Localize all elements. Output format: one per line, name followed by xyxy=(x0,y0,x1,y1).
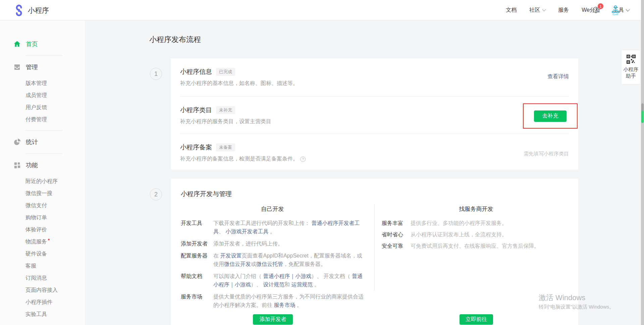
inline-link[interactable]: 微信云托管 xyxy=(256,261,283,267)
sidebar-item[interactable]: 成员管理 xyxy=(0,89,85,101)
text-segment: ）、 开发文档（ xyxy=(311,273,352,279)
sidebar-item-label: 微信搜一搜 xyxy=(25,190,52,196)
sidebar-nav: 首页管理版本管理成员管理用户反馈付费管理统计功能附近的小程序微信搜一搜微信支付购… xyxy=(0,20,86,325)
info-row-content: 可免费试用后再支付、在线客服响应、官方售后保障。 xyxy=(411,242,578,250)
sidebar-item[interactable]: 版本管理 xyxy=(0,77,85,89)
sidebar-item-stats[interactable]: 统计 xyxy=(0,135,85,149)
info-row: 开发工具下载开发者工具进行代码的开发和上传： 普通小程序开发者工具、 小游戏开发… xyxy=(171,219,374,236)
info-row-content: 添加开发者，进行代码上传。 xyxy=(213,239,374,248)
app-logo-text: 小程序 xyxy=(28,6,49,15)
divider xyxy=(25,153,62,154)
sidebar-item-label: 页面内容接入 xyxy=(25,287,58,293)
sidebar-item[interactable]: 微信支付 xyxy=(0,199,85,212)
inline-link[interactable]: 小游戏开发者工具 xyxy=(225,229,268,234)
sidebar-group: 功能附近的小程序微信搜一搜微信支付购物订单体验评价物流服务硬件设备客服订阅消息页… xyxy=(0,158,85,325)
inline-link[interactable]: 开发设置 xyxy=(220,253,241,259)
divider xyxy=(25,55,62,56)
sidebar-item[interactable]: 客服 xyxy=(0,260,85,272)
sidebar-item[interactable]: 微信搜一搜 xyxy=(0,187,85,199)
sidebar-item[interactable]: 附近的小程序 xyxy=(0,175,85,187)
sidebar-item[interactable]: 体验评价 xyxy=(0,224,85,236)
annotation-highlight: 去补充 xyxy=(523,103,578,129)
miniprogram-assistant-widget[interactable]: 小程序助手 xyxy=(622,50,640,84)
sidebar-item[interactable]: 订阅消息 xyxy=(0,272,85,284)
inline-link[interactable]: 普通小程序｜小游戏 xyxy=(263,273,311,279)
info-row: 省时省心从小程序认证到发布上线，全流程支持。 xyxy=(374,230,578,239)
text-segment: 、 xyxy=(219,229,225,234)
help-icon[interactable]: ? xyxy=(300,156,306,162)
header-right: 1 kychakr xyxy=(398,0,629,20)
text-segment: 。 xyxy=(295,302,302,308)
notification-dot xyxy=(48,239,50,240)
inline-link[interactable]: 运营规范 xyxy=(291,282,313,287)
text-segment: 在 xyxy=(213,253,220,259)
text-segment: 从小程序认证到发布上线，全流程支持。 xyxy=(411,232,507,237)
home-icon xyxy=(13,40,21,48)
add-developer-button[interactable]: 添加开发者 xyxy=(253,314,293,325)
sidebar-item-label: 首页 xyxy=(26,40,38,48)
row-head: 小程序备案未备案 xyxy=(180,143,569,152)
sidebar-item-label: 微信支付 xyxy=(25,202,47,208)
assistant-widget-label: 小程序助手 xyxy=(623,66,639,79)
view-details-link[interactable]: 查看详情 xyxy=(547,73,569,80)
main-content: 小程序发布流程 1 小程序信息已完成补充小程序的基本信息，如名称、图标、描述等。… xyxy=(86,20,644,325)
top-header: 小程序 文档社区服务We分析工具 1 kychakr xyxy=(0,0,644,20)
notifications-button[interactable]: 1 xyxy=(592,6,600,14)
sidebar-item[interactable]: 付费管理 xyxy=(0,113,85,126)
sidebar-item-label: 客服 xyxy=(25,263,36,269)
sidebar-item-label: 管理 xyxy=(26,63,38,71)
avatar-caption: kychakr xyxy=(612,13,618,15)
sidebar-item-label: 实验工具 xyxy=(25,311,47,317)
info-row: 帮助文档可以阅读入门介绍（ 普通小程序｜小游戏）、 开发文档（ 普通小程序｜小游… xyxy=(171,272,374,289)
text-segment: 添加开发者，进行代码上传。 xyxy=(213,241,283,246)
sidebar-item[interactable]: 物流服务 xyxy=(0,236,85,248)
go-complete-button[interactable]: 去补充 xyxy=(534,110,567,122)
row-head: 小程序类目未补充 xyxy=(180,106,569,114)
sidebar-group: 首页 xyxy=(0,37,85,56)
step1-row: 小程序类目未补充补充小程序的服务类目，设置主营类目去补充 xyxy=(180,96,569,134)
app-logo[interactable]: 小程序 xyxy=(13,0,49,20)
sidebar-item[interactable]: 小程序插件 xyxy=(0,296,85,308)
watermark-line1: 激活 Windows xyxy=(539,293,614,303)
sidebar-item-label: 物流服务 xyxy=(25,239,47,244)
avatar-logo-icon xyxy=(610,5,621,14)
sidebar-item[interactable]: 硬件设备 xyxy=(0,248,85,260)
scrollbar-thumb[interactable] xyxy=(641,103,644,123)
info-row-content: 提供多行业、多功能的小程序开发服务。 xyxy=(411,219,578,227)
sidebar-sublist: 附近的小程序微信搜一搜微信支付购物订单体验评价物流服务硬件设备客服订阅消息页面内… xyxy=(0,175,85,320)
info-row-label: 省时省心 xyxy=(382,230,411,239)
account-avatar[interactable]: kychakr xyxy=(609,5,622,15)
row-desc-text: 补充小程序的服务类目，设置主营类目 xyxy=(180,118,271,125)
sidebar-item-label: 版本管理 xyxy=(25,80,47,86)
go-now-button[interactable]: 立即前往 xyxy=(460,314,493,325)
row-title: 小程序信息 xyxy=(180,67,212,76)
divider xyxy=(25,130,62,131)
info-row-content: 在 开发设置页面查看AppID和AppSecret，配置服务器域名，或使用微信云… xyxy=(213,251,374,268)
sidebar-item-features[interactable]: 功能 xyxy=(0,158,85,172)
text-segment: 。 xyxy=(268,229,275,234)
scrollbar-thumb-top xyxy=(641,103,644,110)
sidebar-item-label: 功能 xyxy=(26,161,38,169)
page-scrollbar[interactable] xyxy=(641,0,644,325)
inline-link[interactable]: 微信云开发 xyxy=(224,261,251,267)
inline-link[interactable]: 服务市场 xyxy=(274,302,295,308)
sidebar-item[interactable]: 实验工具 xyxy=(0,308,85,320)
prerequisite-note: 需先填写小程序类目 xyxy=(524,151,569,157)
row-desc-text: 补充小程序的基本信息，如名称、图标、描述等。 xyxy=(180,80,298,87)
step1-row: 小程序备案未备案补充小程序的备案信息，检测是否满足备案条件。?需先填写小程序类目 xyxy=(180,134,569,170)
sidebar-item-manage[interactable]: 管理 xyxy=(0,60,85,74)
sidebar-item[interactable]: 购物订单 xyxy=(0,212,85,224)
inline-link[interactable]: 设计规范 xyxy=(263,282,284,287)
sidebar-item-home[interactable]: 首页 xyxy=(0,37,85,51)
sidebar-item[interactable]: 用户反馈 xyxy=(0,101,85,113)
info-row-content: 从小程序认证到发布上线，全流程支持。 xyxy=(411,230,578,239)
sidebar-item[interactable]: 页面内容接入 xyxy=(0,284,85,296)
sidebar-item-label: 用户反馈 xyxy=(25,104,47,110)
row-head: 小程序信息已完成 xyxy=(180,67,569,76)
text-segment: 提供多行业、多功能的小程序开发服务。 xyxy=(411,220,507,226)
sidebar-item-label: 成员管理 xyxy=(25,92,47,98)
text-segment: 下载开发者工具进行代码的开发和上传： xyxy=(213,220,311,226)
info-row-label: 安全可靠 xyxy=(382,242,411,250)
self-dev-column: 自己开发 开发工具下载开发者工具进行代码的开发和上传： 普通小程序开发者工具、 … xyxy=(171,205,374,313)
account-chevron-down-icon[interactable] xyxy=(626,7,630,12)
